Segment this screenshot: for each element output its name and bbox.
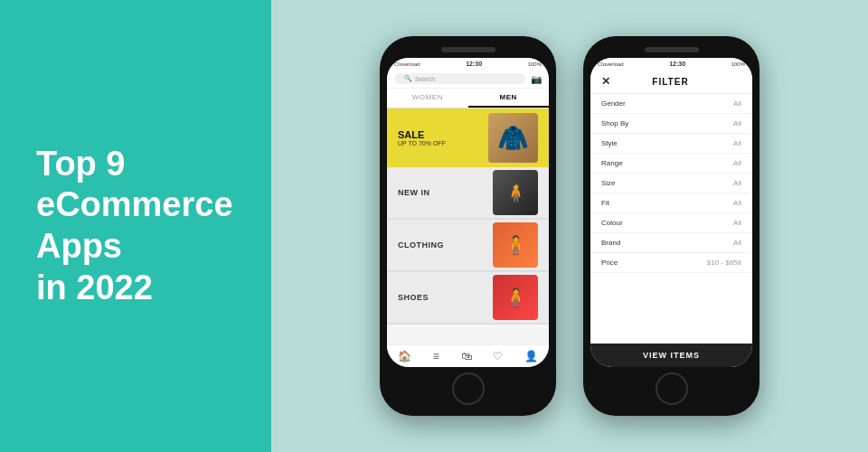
filter-colour-label: Colour [601, 219, 623, 227]
filter-price-label: Price [601, 259, 618, 267]
filter-fit-label: Fit [601, 199, 609, 207]
category-new-in-label: NEW IN [398, 188, 430, 197]
filter-size-value: All [733, 179, 741, 187]
category-clothing-label: CLOTHING [398, 240, 444, 250]
filter-title: FILTER [652, 77, 688, 87]
category-shoes-image: 🧍 [493, 275, 538, 320]
hero-title: Top 9 eCommerce Apps in 2022 [36, 144, 233, 308]
category-shoes[interactable]: SHOES 🧍 [387, 272, 549, 325]
filter-shop-by[interactable]: Shop By All [590, 114, 752, 134]
home-button-2[interactable] [656, 372, 688, 405]
category-new-in-image: 🧍 [493, 170, 538, 215]
filter-range-value: All [733, 159, 741, 167]
search-input-box[interactable]: 🔍 Search [394, 73, 525, 84]
filter-range[interactable]: Range All [590, 154, 752, 174]
search-bar: 🔍 Search 📷 [387, 70, 549, 89]
nav-menu-icon[interactable]: ≡ [433, 350, 439, 363]
title-line3: Apps [36, 227, 122, 265]
phone-1: Cloverload 12:30 100% 🔍 Search 📷 WOMEN M… [380, 36, 556, 416]
close-button[interactable]: ✕ [601, 75, 610, 88]
view-items-button[interactable]: VIEW ITEMS [590, 344, 752, 367]
tab-men[interactable]: MEN [468, 89, 550, 108]
sale-sub: UP TO 70% OFF [398, 140, 446, 146]
time-2: 12:30 [669, 61, 685, 67]
battery-2: 100% [731, 61, 745, 67]
camera-icon[interactable]: 📷 [531, 74, 542, 84]
phone-2: Cloverload 12:30 100% ✕ FILTER Gender Al… [583, 36, 760, 416]
filter-size-label: Size [601, 179, 616, 187]
filter-brand-label: Brand [601, 239, 620, 247]
signal-1: Cloverload [394, 61, 420, 67]
filter-gender[interactable]: Gender All [590, 94, 752, 114]
home-button-1[interactable] [452, 372, 485, 405]
status-bar-2: Cloverload 12:30 100% [590, 58, 752, 70]
filter-fit-value: All [733, 199, 741, 207]
filter-brand-value: All [733, 239, 741, 247]
bottom-nav: 🏠 ≡ 🛍 ♡ 👤 [387, 344, 549, 367]
phone-screen-2: Cloverload 12:30 100% ✕ FILTER Gender Al… [590, 58, 752, 367]
search-icon: 🔍 [404, 75, 412, 82]
category-new-in[interactable]: NEW IN 🧍 [387, 167, 549, 220]
filter-gender-label: Gender [601, 99, 626, 108]
filter-size[interactable]: Size All [590, 174, 752, 193]
nav-home-icon[interactable]: 🏠 [398, 350, 411, 363]
battery-1: 100% [528, 61, 542, 67]
filter-list: Gender All Shop By All Style All Range A… [590, 94, 752, 344]
category-clothing[interactable]: CLOTHING 🧍 [387, 220, 549, 272]
nav-heart-icon[interactable]: ♡ [493, 350, 503, 363]
filter-range-label: Range [601, 159, 623, 167]
sale-banner: SALE UP TO 70% OFF 🧥 [387, 108, 549, 167]
banner-text: SALE UP TO 70% OFF [398, 129, 446, 146]
filter-price-value: $10 - $658 [707, 259, 741, 267]
signal-2: Cloverload [598, 61, 624, 67]
title-line1: Top 9 [36, 145, 126, 183]
nav-profile-icon[interactable]: 👤 [524, 350, 538, 363]
nav-bag-icon[interactable]: 🛍 [461, 350, 472, 363]
tab-women[interactable]: WOMEN [387, 89, 468, 108]
category-shoes-label: SHOES [398, 293, 429, 302]
sale-banner-image: 🧥 [488, 113, 538, 163]
right-panel: Cloverload 12:30 100% 🔍 Search 📷 WOMEN M… [271, 0, 868, 452]
filter-brand[interactable]: Brand All [590, 233, 752, 253]
search-placeholder: Search [415, 76, 435, 82]
filter-shop-by-label: Shop By [601, 119, 628, 127]
phone-content: SALE UP TO 70% OFF 🧥 NEW IN 🧍 C [387, 108, 549, 344]
phone-notch-2 [645, 47, 699, 52]
filter-shop-by-value: All [733, 119, 741, 127]
phone-screen-1: Cloverload 12:30 100% 🔍 Search 📷 WOMEN M… [387, 58, 549, 367]
time-1: 12:30 [466, 61, 482, 67]
filter-fit[interactable]: Fit All [590, 193, 752, 213]
title-line4: in 2022 [36, 268, 153, 306]
filter-style-label: Style [601, 139, 618, 147]
filter-colour[interactable]: Colour All [590, 213, 752, 233]
filter-gender-value: All [733, 99, 741, 108]
sale-title: SALE [398, 129, 446, 140]
filter-header: ✕ FILTER [590, 70, 752, 94]
filter-price[interactable]: Price $10 - $658 [590, 253, 752, 273]
title-line2: eCommerce [36, 185, 233, 223]
view-items-label: VIEW ITEMS [643, 351, 700, 360]
filter-style[interactable]: Style All [590, 134, 752, 154]
filter-colour-value: All [733, 219, 741, 227]
filter-style-value: All [733, 139, 741, 147]
phone-notch-1 [441, 47, 495, 52]
category-clothing-image: 🧍 [493, 222, 538, 268]
left-panel: Top 9 eCommerce Apps in 2022 [0, 0, 271, 452]
tabs-row: WOMEN MEN [387, 89, 549, 108]
status-bar-1: Cloverload 12:30 100% [387, 58, 549, 70]
